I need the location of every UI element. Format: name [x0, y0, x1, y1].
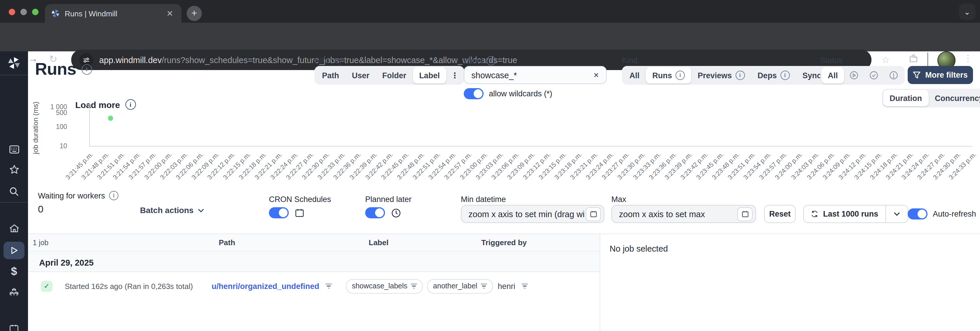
bookmark-icon[interactable]: ☆ [881, 54, 890, 66]
new-tab-button[interactable]: + [187, 6, 202, 21]
label-pill[interactable]: another_label [427, 279, 493, 293]
waiting-label: Waiting for workers [38, 191, 105, 200]
planned-clock-icon[interactable] [391, 208, 401, 218]
label-pill[interactable]: showcase_labels [346, 279, 423, 293]
runs-window-chevron[interactable] [886, 205, 907, 222]
x-tick-label: 3:22:48 p.m. [395, 150, 425, 181]
x-tick-label: 3:23:15 p.m. [537, 150, 567, 181]
planned-label: Planned later [365, 195, 412, 204]
path-filter-icon[interactable] [326, 282, 332, 290]
x-tick-label: 3:23:30 p.m. [616, 150, 646, 181]
sidebar-item-runs[interactable] [3, 242, 24, 259]
extensions-icon[interactable] [909, 54, 918, 63]
status-failure-icon[interactable] [884, 67, 904, 83]
status-running-icon[interactable] [845, 67, 864, 83]
runs-window-main[interactable]: Last 1000 runs [804, 205, 885, 222]
min-datetime-input[interactable]: zoom x axis to set min (drag wi [461, 205, 605, 223]
job-path-link[interactable]: u/henri/organized_undefined [212, 281, 319, 290]
max-datetime-label: Max [611, 195, 626, 204]
x-tick-label: 3:24:03 p.m. [789, 150, 819, 181]
label-clear-icon[interactable]: ✕ [593, 71, 599, 79]
sidebar-item-resources[interactable] [3, 284, 24, 301]
x-tick-label: 3:24:09 p.m. [821, 150, 851, 181]
kind-segmented: All Runsi Previewsi Depsi Synci [622, 66, 842, 85]
label-filter-input[interactable]: showcase_* ✕ [464, 66, 607, 84]
tab-search-chevron-icon[interactable]: ⌄ [959, 3, 975, 20]
filter-by-menu-icon[interactable]: ⋮ [446, 67, 463, 83]
runs-info-icon[interactable]: i [81, 64, 92, 74]
sidebar-item-search[interactable] [3, 183, 24, 200]
load-more-label[interactable]: Load more [75, 99, 120, 109]
kind-all[interactable]: All [623, 67, 646, 83]
view-duration[interactable]: Duration [883, 90, 928, 106]
wildcards-label: allow wildcards (*) [489, 89, 552, 98]
browser-menu-icon[interactable]: ⋮ [964, 53, 972, 64]
traffic-close-button[interactable] [9, 9, 15, 15]
x-tick-label: 3:23:18 p.m. [553, 150, 583, 181]
planned-toggle[interactable] [365, 207, 385, 218]
min-datetime-label: Min datetime [461, 195, 506, 204]
browser-tab[interactable]: Runs | Windmill ✕ [45, 4, 181, 23]
label-filter-icon[interactable] [480, 282, 487, 290]
tab-close-icon[interactable]: ✕ [164, 9, 176, 18]
auto-refresh-toggle[interactable] [908, 208, 928, 219]
status-all[interactable]: All [821, 67, 845, 83]
windmill-logo[interactable] [7, 56, 21, 70]
x-tick-label: 3:22:15 p.m. [222, 150, 252, 181]
cron-toggle[interactable] [269, 207, 289, 218]
x-tick-label: 3:23:36 p.m. [648, 150, 678, 181]
filter-by-user[interactable]: User [346, 67, 376, 83]
sidebar-item-schedules[interactable] [3, 320, 24, 331]
max-datetime-input[interactable]: zoom x axis to set max [611, 205, 756, 223]
sidebar-item-variables[interactable]: $ [3, 263, 24, 280]
kind-label: Kind [622, 56, 638, 65]
kind-previews[interactable]: Previewsi [691, 67, 751, 83]
auto-refresh-label: Auto-refresh [933, 209, 976, 218]
view-concurrency[interactable]: Concurrency [928, 90, 980, 106]
kind-deps[interactable]: Depsi [751, 67, 796, 83]
label-filter-icon[interactable] [411, 282, 417, 290]
x-tick-label: 3:23:24 p.m. [584, 150, 614, 181]
runs-window-label: Last 1000 runs [823, 209, 878, 218]
traffic-zoom-button[interactable] [32, 9, 38, 15]
run-dot[interactable] [108, 115, 113, 121]
job-row[interactable]: ✓ Started 162s ago (Ran in 0,263s total)… [28, 272, 600, 300]
sidebar-item-workspace[interactable] [3, 140, 24, 158]
x-tick-label: 3:23:03 p.m. [474, 150, 504, 181]
kind-runs[interactable]: Runsi [646, 67, 692, 83]
page-title: Runs [35, 59, 76, 79]
filter-by-label-option[interactable]: Label [413, 67, 446, 83]
cron-calendar-icon[interactable] [294, 208, 304, 218]
load-more-row[interactable]: Load more i [75, 99, 135, 110]
traffic-minimize-button[interactable] [21, 9, 27, 15]
filter-by-folder[interactable]: Folder [376, 67, 413, 83]
wildcards-toggle[interactable] [464, 88, 484, 99]
waiting-label-row: Waiting for workers i [38, 191, 118, 200]
reset-button[interactable]: Reset [764, 205, 795, 223]
job-started-text: Started 162s ago (Ran in 0,263s total) [65, 281, 193, 290]
more-filters-button[interactable]: More filters [908, 66, 973, 84]
sidebar-item-favorites[interactable] [3, 160, 24, 178]
sidebar-divider [0, 202, 28, 203]
triggered-by-filter-icon[interactable] [522, 282, 528, 290]
status-success-icon[interactable] [864, 67, 884, 83]
date-group-row: April 29, 2025 [28, 253, 600, 272]
chart-ylabel-wrap: job duration (ms) [30, 93, 48, 163]
x-tick-label: 3:24:00 p.m. [774, 150, 804, 181]
sidebar-item-home[interactable] [3, 219, 24, 237]
x-tick-label: 3:24:15 p.m. [853, 150, 883, 181]
status-segmented: All [820, 66, 905, 85]
label-info-icon[interactable]: i [487, 56, 496, 66]
x-tick-label: 3:24:18 p.m. [868, 150, 898, 181]
x-tick-label: 3:23:39 p.m. [663, 150, 693, 181]
max-calendar-button[interactable] [737, 207, 752, 221]
no-job-selected-text: No job selected [609, 244, 668, 253]
x-tick-label: 3:23:09 p.m. [506, 150, 536, 181]
waiting-info-icon[interactable]: i [109, 191, 118, 200]
min-calendar-button[interactable] [585, 207, 601, 221]
filter-by-path[interactable]: Path [316, 67, 346, 83]
batch-actions-button[interactable]: Batch actions [140, 205, 204, 215]
x-tick-label: 3:22:33 p.m. [317, 150, 347, 181]
x-tick-label: 3:24:27 p.m. [916, 150, 946, 181]
x-tick-label: 3:22:54 p.m. [427, 150, 457, 181]
